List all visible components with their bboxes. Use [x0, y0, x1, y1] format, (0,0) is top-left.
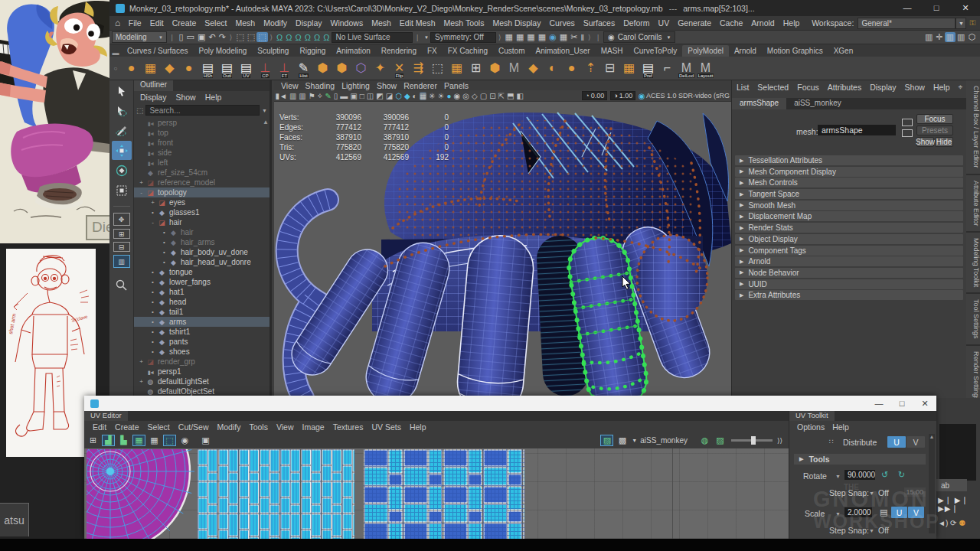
outliner-tab[interactable]: Outliner	[134, 80, 173, 91]
shelf-tab[interactable]: PolyModel	[682, 45, 729, 57]
sidebar-toggle-2-icon[interactable]: ✛	[934, 32, 944, 42]
swap-node-icon[interactable]	[902, 119, 913, 126]
attribute-section-header[interactable]: ▶ Object Display	[735, 234, 963, 244]
viewport-toggle-icon[interactable]: ▥	[299, 92, 305, 100]
distribute-v-button[interactable]: V	[906, 436, 925, 448]
tab-fragment[interactable]: ab	[936, 479, 967, 491]
zoom-tool-icon[interactable]	[112, 276, 132, 295]
right-panel-tab[interactable]: Channel Box / Layer Editor	[966, 80, 980, 175]
scale-tool-icon[interactable]	[112, 181, 132, 200]
viewport-toggle-icon[interactable]: ▯	[334, 92, 338, 100]
ipr-render-icon[interactable]: ▦	[537, 32, 547, 42]
cut-icon[interactable]: ✂	[569, 32, 579, 42]
render-icon[interactable]: ▦	[504, 32, 514, 42]
select-component-icon[interactable]: ⬚	[256, 32, 267, 42]
menu-item[interactable]: Create	[168, 18, 201, 28]
viewport-toggle-icon[interactable]: ▬	[340, 92, 348, 100]
rotate-value-field[interactable]: 90.0000	[844, 470, 875, 480]
user-account-chip[interactable]: ◉Carol Cornils▼	[603, 31, 675, 43]
attribute-section-header[interactable]: ▶ Tessellation Attributes	[735, 155, 963, 165]
uv-update-icon[interactable]: ◍	[698, 435, 711, 446]
pause-icon[interactable]: ‖	[579, 33, 586, 42]
tools-section-header[interactable]: ▶Tools	[794, 454, 926, 465]
move-tool-icon[interactable]	[112, 141, 132, 160]
uv-editor-tab[interactable]: UV Editor	[84, 411, 128, 421]
ae-menu-item[interactable]: Display	[870, 83, 896, 92]
rotate-tool-icon[interactable]	[112, 161, 132, 180]
playback-options[interactable]: ◄) ⟳ ⚉	[938, 519, 980, 527]
shelf-tool-icon[interactable]: ⬢	[332, 57, 351, 79]
viewport-3d-canvas[interactable]: Verts:3900963900960 Edges:7774127774120 …	[274, 102, 731, 398]
lasso-tool-icon[interactable]	[112, 101, 132, 120]
viewport-menu-item[interactable]: Shading	[305, 81, 335, 90]
menu-item[interactable]: Deform	[619, 18, 654, 28]
scale-value-field[interactable]: 2.0000	[844, 507, 872, 517]
shelf-tool-icon[interactable]: M	[505, 57, 524, 79]
menu-item[interactable]: Modify	[260, 18, 292, 28]
menu-set-selector[interactable]: Modeling▼	[112, 31, 167, 43]
snap-curve-icon[interactable]: Ω	[284, 33, 293, 42]
show-button[interactable]: Show	[916, 137, 934, 147]
shelf-tool-icon[interactable]: ⊞	[466, 57, 485, 79]
shelf-tab[interactable]: Rigging	[294, 45, 331, 57]
menu-item[interactable]: Display	[292, 18, 326, 28]
select-hierarchy-icon[interactable]: ⬚	[234, 32, 245, 42]
menu-item[interactable]: Cache	[715, 18, 746, 28]
shelf-tab[interactable]: FX Caching	[443, 45, 493, 57]
viewport-toggle-icon[interactable]: ▥	[289, 92, 296, 100]
render-seq-icon[interactable]: ▦	[525, 32, 536, 42]
uv-minimize-button[interactable]: —	[867, 399, 890, 409]
viewport-toggle-icon[interactable]: ◇	[472, 92, 478, 100]
right-panel-tab[interactable]: Attribute Editor	[966, 175, 980, 233]
outliner-menu-item[interactable]: Show	[175, 93, 195, 102]
outliner-item[interactable]: • shoes	[134, 347, 270, 357]
shelf-tab[interactable]: Curves / Surfaces	[122, 45, 193, 57]
shelf-tool-icon[interactable]: ▦	[619, 57, 639, 79]
snap-surface-icon[interactable]: Ω	[322, 33, 331, 42]
uv-menu-item[interactable]: Edit	[93, 422, 106, 432]
uv-isolate-icons[interactable]: ⟩⟩	[777, 437, 782, 445]
viewport-toggle-icon[interactable]: ▣	[350, 92, 357, 100]
viewport-toggle-icon[interactable]: ✎	[325, 92, 331, 100]
colorspace-icon[interactable]: ◉	[639, 92, 645, 100]
shelf-tab[interactable]: Animation_User	[530, 45, 595, 57]
shelf-tool-icon[interactable]: ▤ HSh	[198, 57, 217, 79]
viewport-toggle-icon[interactable]: ◪	[386, 92, 393, 100]
live-surface-field[interactable]: No Live Surface	[332, 32, 413, 43]
viewport-toggle-icon[interactable]: ⚑	[309, 92, 315, 100]
uv-chart-icon[interactable]: ▟	[102, 435, 115, 446]
shelf-tool-icon[interactable]: ▤ Pref	[639, 57, 658, 79]
shelf-tab[interactable]: Custom	[493, 45, 530, 57]
menu-item[interactable]: Arnold	[747, 18, 779, 28]
snap-view-icon[interactable]: Ω	[312, 33, 322, 42]
outliner-item[interactable]: • hair_arms	[134, 237, 270, 247]
attribute-section-header[interactable]: ▶ Smooth Mesh	[735, 201, 963, 210]
workspace-select[interactable]: General*	[858, 18, 956, 29]
redo-icon[interactable]: ↷	[217, 32, 227, 42]
shelf-tab[interactable]: CurveToPoly	[629, 45, 683, 57]
focus-button[interactable]: Focus	[916, 114, 953, 124]
menu-item[interactable]: File	[124, 18, 145, 28]
workspace-dropdown-arrow[interactable]: ▼	[956, 18, 966, 29]
hide-button[interactable]: Hide	[935, 137, 953, 147]
viewport-menu-item[interactable]: Renderer	[403, 81, 437, 90]
shelf-tab[interactable]: Poly Modeling	[193, 45, 252, 57]
shelf-gear-icon[interactable]: ○	[109, 65, 122, 72]
menu-item[interactable]: Edit Mesh	[395, 18, 439, 28]
outliner-item[interactable]: + reference_model	[134, 178, 270, 187]
outliner-search-dropdown[interactable]: ▼	[262, 108, 267, 113]
shelf-tab[interactable]: XGen	[828, 45, 859, 57]
outliner-item[interactable]: + defaultLightSet	[134, 377, 270, 386]
viewport-toggle-icon[interactable]: ◐	[413, 92, 417, 100]
uv-menu-item[interactable]: Cut/Sew	[178, 422, 209, 432]
right-panel-tab[interactable]: Modeling Toolkit	[966, 233, 980, 294]
outliner-item[interactable]: left	[134, 158, 270, 168]
shelf-tool-icon[interactable]: ✎ Hist	[294, 57, 313, 79]
viewport-toggle-icon[interactable]: ⬒	[507, 92, 514, 100]
menu-item[interactable]: Mesh Tools	[439, 18, 488, 28]
shelf-tool-icon[interactable]: ◐	[543, 57, 562, 79]
uv-menu-item[interactable]: UV Sets	[371, 422, 401, 432]
outliner-menu-item[interactable]: Help	[205, 93, 222, 102]
outliner-item[interactable]: + eyes	[134, 197, 270, 207]
launch-render-icon[interactable]: ▦	[558, 32, 569, 42]
